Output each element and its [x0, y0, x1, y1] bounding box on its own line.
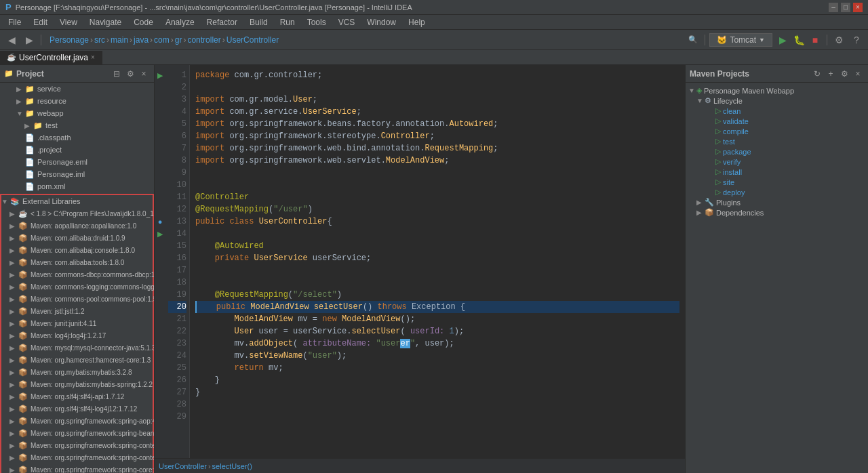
tree-item-maven-dbcp[interactable]: ▶ 📦 Maven: commons-dbcp:commons-dbcp:1.4 — [1, 268, 153, 281]
tomcat-config[interactable]: 🐱 Tomcat ▼ — [709, 33, 772, 47]
tree-item-external-libraries[interactable]: ▼ 📚 External Libraries — [1, 195, 153, 207]
maven-clean[interactable]: ▷ clean — [686, 106, 868, 116]
code-area[interactable]: package com.gr.controller; import com.gr… — [190, 65, 685, 458]
menu-tools[interactable]: Tools — [302, 16, 332, 28]
menu-edit[interactable]: Edit — [28, 16, 53, 28]
minimize-button[interactable]: – — [829, 3, 838, 12]
tree-item-maven-aop[interactable]: ▶ 📦 Maven: aopalliance:aopalliance:1.0 — [1, 220, 153, 232]
breadcrumb-com[interactable]: com — [154, 35, 170, 45]
tree-item-maven-console[interactable]: ▶ 📦 Maven: com.alibabaj:console:1.8.0 — [1, 244, 153, 256]
help-button[interactable]: ? — [849, 33, 864, 47]
breadcrumb-java[interactable]: java — [134, 35, 149, 45]
menu-build[interactable]: Build — [244, 16, 273, 28]
search-everywhere-button[interactable]: 🔍 — [686, 33, 701, 47]
file-icon: 📄 — [24, 157, 35, 167]
menu-code[interactable]: Code — [128, 16, 159, 28]
tree-item-maven-mybatis[interactable]: ▶ 📦 Maven: org.mybatis:mybatis:3.2.8 — [1, 366, 153, 378]
tree-item-maven-tools[interactable]: ▶ 📦 Maven: com.alibaba:tools:1.8.0 — [1, 256, 153, 268]
code-line-25: return mv; — [195, 362, 679, 374]
editor-area: ▶ ● ▶ 12345 678910 1112131415 1617181920… — [155, 65, 685, 473]
plugins-label: Plugins — [716, 199, 741, 207]
breadcrumb-personage[interactable]: Personage — [50, 35, 89, 45]
tree-item-maven-mysql[interactable]: ▶ 📦 Maven: mysql:mysql-connector-java:5.… — [1, 342, 153, 354]
tree-item-project[interactable]: 📄 .project — [0, 144, 154, 156]
gear-icon[interactable]: ⚙ — [124, 68, 136, 80]
tree-item-maven-pool[interactable]: ▶ 📦 Maven: commons-pool:commons-pool:1.5… — [1, 293, 153, 305]
gutter-run-line-icon[interactable]: ▶ — [155, 228, 165, 240]
folder-icon: 📁 — [33, 120, 43, 131]
tab-close-button[interactable]: × — [91, 54, 95, 61]
forward-button[interactable]: ▶ — [22, 33, 37, 47]
menu-analyze[interactable]: Analyze — [160, 16, 200, 28]
debug-button[interactable]: 🐛 — [791, 33, 806, 47]
maven-install[interactable]: ▷ install — [686, 167, 868, 177]
file-tab-usercontroller[interactable]: ☕ UserController.java × — [0, 51, 102, 64]
maven-close-button[interactable]: × — [852, 68, 864, 80]
maven-deploy[interactable]: ▷ deploy — [686, 187, 868, 197]
menu-file[interactable]: File — [3, 16, 26, 28]
tree-item-maven-log4j[interactable]: ▶ 📦 Maven: log4j:log4j:1.2.17 — [1, 329, 153, 342]
menu-vcs[interactable]: VCS — [333, 16, 361, 28]
maven-root-icon: ◈ — [696, 86, 702, 95]
separator — [41, 35, 41, 45]
maven-dependencies[interactable]: ▶ 📦 Dependencies — [686, 207, 868, 218]
gutter-run-icon[interactable]: ▶ — [155, 69, 165, 81]
tree-item-maven-jstl[interactable]: ▶ 📦 Maven: jstl:jstl:1.2 — [1, 305, 153, 317]
maven-package[interactable]: ▷ package — [686, 146, 868, 157]
tree-item-maven-slf4j-log4j[interactable]: ▶ 📦 Maven: org.slf4j:slf4j-log4j12:1.7.1… — [1, 403, 153, 415]
collapse-all-button[interactable]: ⊟ — [111, 68, 123, 80]
menu-help[interactable]: Help — [403, 16, 431, 28]
tree-item-personage-iml[interactable]: 📄 Personage.iml — [0, 168, 154, 180]
maven-settings-button[interactable]: ⚙ — [838, 68, 850, 80]
class-breadcrumb[interactable]: UserController — [159, 462, 207, 470]
tree-item-personage-eml[interactable]: 📄 Personage.eml — [0, 156, 154, 168]
maven-verify[interactable]: ▷ verify — [686, 157, 868, 167]
tree-item-test[interactable]: ▶ 📁 test — [0, 119, 154, 131]
breadcrumb-main[interactable]: main — [111, 35, 128, 45]
close-button[interactable]: × — [853, 3, 863, 12]
back-button[interactable]: ◀ — [4, 33, 19, 47]
method-breadcrumb[interactable]: selectUser() — [212, 462, 252, 470]
menu-run[interactable]: Run — [275, 16, 300, 28]
tree-label: Maven: org.springframework:spring-aop:4 — [31, 417, 154, 425]
tree-item-maven-spring-context[interactable]: ▶ 📦 Maven: org.springframework:spring-co… — [1, 439, 153, 451]
menu-refactor[interactable]: Refactor — [201, 16, 243, 28]
close-sidebar-button[interactable]: × — [138, 68, 150, 80]
menu-view[interactable]: View — [54, 16, 83, 28]
tree-item-maven-spring-context-s[interactable]: ▶ 📦 Maven: org.springframework:spring-co… — [1, 451, 153, 464]
menu-navigate[interactable]: Navigate — [84, 16, 127, 28]
maven-compile[interactable]: ▷ compile — [686, 126, 868, 136]
tree-item-maven-druid[interactable]: ▶ 📦 Maven: com.alibaba:druid:1.0.9 — [1, 232, 153, 244]
maven-test[interactable]: ▷ test — [686, 136, 868, 146]
menu-window[interactable]: Window — [361, 16, 401, 28]
add-maven-button[interactable]: + — [825, 68, 837, 80]
maximize-button[interactable]: □ — [841, 3, 850, 12]
tree-item-service[interactable]: ▶ 📁 service — [0, 83, 154, 95]
tree-item-maven-slf4j-api[interactable]: ▶ 📦 Maven: org.slf4j:slf4j-api:1.7.12 — [1, 390, 153, 403]
tree-item-jdk[interactable]: ▶ ☕ < 1.8 > C:\Program Files\Java\jdk1.8… — [1, 207, 153, 220]
tree-item-maven-mybatis-spring[interactable]: ▶ 📦 Maven: org.mybatis:mybatis-spring:1.… — [1, 378, 153, 390]
maven-root[interactable]: ▼ ◈ Personage Maven Webapp — [686, 85, 868, 96]
tree-item-classpath[interactable]: 📄 .classpath — [0, 131, 154, 144]
breadcrumb-src[interactable]: src — [94, 35, 105, 45]
tree-item-maven-hamcrest[interactable]: ▶ 📦 Maven: org.hamcrest:hamcrest-core:1.… — [1, 354, 153, 366]
refresh-maven-button[interactable]: ↻ — [811, 68, 823, 80]
tree-item-resource[interactable]: ▶ 📁 resource — [0, 95, 154, 107]
stop-button[interactable]: ■ — [808, 33, 823, 47]
tree-item-webapp[interactable]: ▼ 📁 webapp — [0, 107, 154, 119]
tree-item-maven-junit[interactable]: ▶ 📦 Maven: junit:junit:4.11 — [1, 317, 153, 329]
tree-item-maven-spring-core[interactable]: ▶ 📦 Maven: org.springframework:spring-co… — [1, 464, 153, 473]
maven-lifecycle[interactable]: ▼ ⚙ Lifecycle — [686, 96, 868, 106]
breadcrumb-controller[interactable]: controller — [187, 35, 220, 45]
maven-validate[interactable]: ▷ validate — [686, 116, 868, 126]
breadcrumb-usercontroller[interactable]: UserController — [226, 35, 279, 45]
tree-item-maven-spring-beans[interactable]: ▶ 📦 Maven: org.springframework:spring-be… — [1, 427, 153, 439]
settings-button[interactable]: ⚙ — [831, 33, 846, 47]
tree-item-maven-spring-aop[interactable]: ▶ 📦 Maven: org.springframework:spring-ao… — [1, 415, 153, 427]
maven-site[interactable]: ▷ site — [686, 177, 868, 187]
maven-plugins[interactable]: ▶ 🔧 Plugins — [686, 197, 868, 207]
breadcrumb-gr[interactable]: gr — [175, 35, 182, 45]
tree-item-maven-logging[interactable]: ▶ 📦 Maven: commons-logging:commons-loggi… — [1, 281, 153, 293]
run-button[interactable]: ▶ — [775, 33, 790, 47]
tree-item-pomxml[interactable]: 📄 pom.xml — [0, 180, 154, 192]
